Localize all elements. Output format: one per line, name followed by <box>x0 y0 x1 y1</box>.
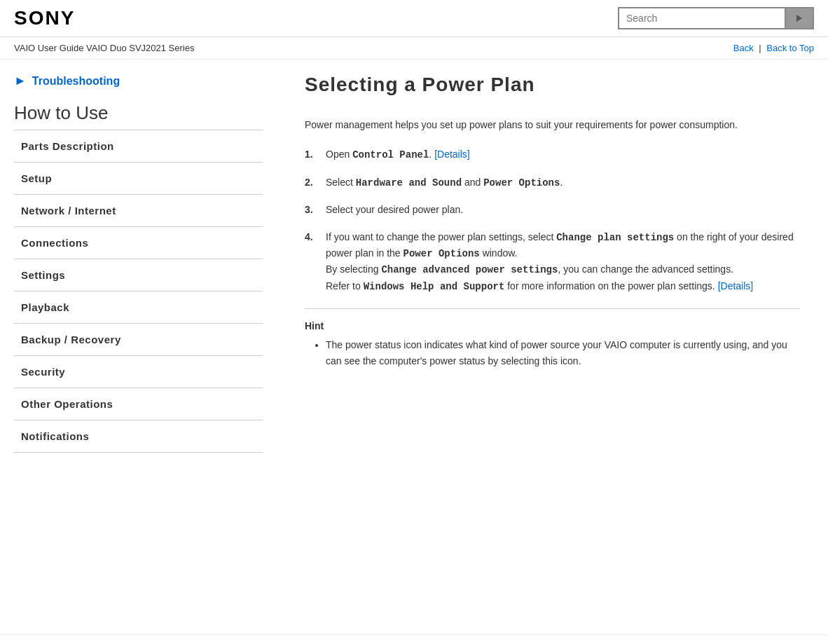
step-4-text-before: If you want to change the power plan set… <box>326 231 556 242</box>
step-3-content: Select your desired power plan. <box>326 202 800 217</box>
step-1-text-before: Open <box>326 149 352 160</box>
step-1-number: 1. <box>305 146 326 163</box>
sony-logo: SONY <box>14 7 75 29</box>
separator: | <box>759 43 761 53</box>
step-2-text-before: Select <box>326 177 356 188</box>
hint-label: Hint <box>305 320 800 331</box>
step-2-text-after: . <box>560 177 563 188</box>
step-4-sub2-after: for more information on the power plan s… <box>504 280 717 292</box>
hint-section: Hint The power status icon indicates wha… <box>305 308 800 369</box>
page-title: Selecting a Power Plan <box>305 74 800 96</box>
sidebar: ► Troubleshooting How to Use Parts Descr… <box>0 60 263 620</box>
step-4-sub2-bold: Windows Help and Support <box>364 281 505 292</box>
step-4-bold1: Change plan settings <box>556 232 674 243</box>
search-button[interactable] <box>786 7 814 29</box>
step-3-number: 3. <box>305 202 326 217</box>
step-2-content: Select Hardware and Sound and Power Opti… <box>326 174 800 191</box>
step-1-link[interactable]: [Details] <box>434 149 470 160</box>
chevron-right-icon: ► <box>14 74 27 88</box>
sidebar-item-notifications[interactable]: Notifications <box>7 420 263 452</box>
main-layout: ► Troubleshooting How to Use Parts Descr… <box>0 60 828 620</box>
sidebar-item-network-internet[interactable]: Network / Internet <box>7 195 263 226</box>
logo-area: SONY <box>14 7 75 29</box>
sidebar-item-settings[interactable]: Settings <box>7 259 263 291</box>
header: SONY <box>0 0 828 37</box>
step-2-text-middle: and <box>462 177 483 188</box>
step-2-number: 2. <box>305 174 326 191</box>
sidebar-item-security[interactable]: Security <box>7 356 263 388</box>
step-4-link[interactable]: [Details] <box>718 280 754 292</box>
step-4-sub1-before: By selecting <box>326 263 381 275</box>
sidebar-item-playback[interactable]: Playback <box>7 292 263 323</box>
back-to-top-link[interactable]: Back to Top <box>766 43 814 53</box>
guide-title: VAIO User Guide VAIO Duo SVJ2021 Series <box>14 43 194 53</box>
content-area: Selecting a Power Plan Power management … <box>263 60 828 620</box>
step-1-bold: Control Panel <box>352 149 429 160</box>
step-2-bold1: Hardware and Sound <box>356 177 462 189</box>
step-1: 1. Open Control Panel. [Details] <box>305 146 800 163</box>
step-2: 2. Select Hardware and Sound and Power O… <box>305 174 800 191</box>
search-area <box>618 7 814 29</box>
search-icon <box>796 15 802 22</box>
search-input[interactable] <box>618 7 786 29</box>
step-2-bold2: Power Options <box>483 177 560 189</box>
intro-text: Power management helps you set up power … <box>305 117 800 132</box>
hint-list: The power status icon indicates what kin… <box>305 337 800 369</box>
how-to-use-heading: How to Use <box>7 102 263 124</box>
back-links: Back | Back to Top <box>733 43 814 53</box>
step-4-content: If you want to change the power plan set… <box>326 229 800 295</box>
sidebar-item-backup-recovery[interactable]: Backup / Recovery <box>7 324 263 355</box>
troubleshooting-header[interactable]: ► Troubleshooting <box>7 74 263 88</box>
footer: © 2012 Sony Corporation <box>0 634 828 644</box>
step-3: 3. Select your desired power plan. <box>305 202 800 217</box>
step-4-number: 4. <box>305 229 326 295</box>
step-list: 1. Open Control Panel. [Details] 2. Sele… <box>305 146 800 294</box>
step-4-sub2-before: Refer to <box>326 280 364 292</box>
step-1-text-after: . <box>429 149 434 160</box>
step-1-content: Open Control Panel. [Details] <box>326 146 800 163</box>
step-4: 4. If you want to change the power plan … <box>305 229 800 295</box>
sidebar-item-setup[interactable]: Setup <box>7 163 263 194</box>
step-4-bold2: Power Options <box>403 248 480 259</box>
step-4-sub1-bold: Change advanced power settings <box>381 264 558 275</box>
step-4-sub1-after: , you can change the advanced settings. <box>558 263 733 275</box>
breadcrumb-bar: VAIO User Guide VAIO Duo SVJ2021 Series … <box>0 37 828 60</box>
back-link[interactable]: Back <box>733 43 754 53</box>
sidebar-item-parts-description[interactable]: Parts Description <box>7 130 263 162</box>
hint-item-1: The power status icon indicates what kin… <box>326 337 800 369</box>
sidebar-item-connections[interactable]: Connections <box>7 227 263 259</box>
troubleshooting-label: Troubleshooting <box>32 75 120 88</box>
step-4-text-after: window. <box>480 247 518 259</box>
sidebar-item-other-operations[interactable]: Other Operations <box>7 388 263 420</box>
sidebar-divider <box>14 452 263 453</box>
